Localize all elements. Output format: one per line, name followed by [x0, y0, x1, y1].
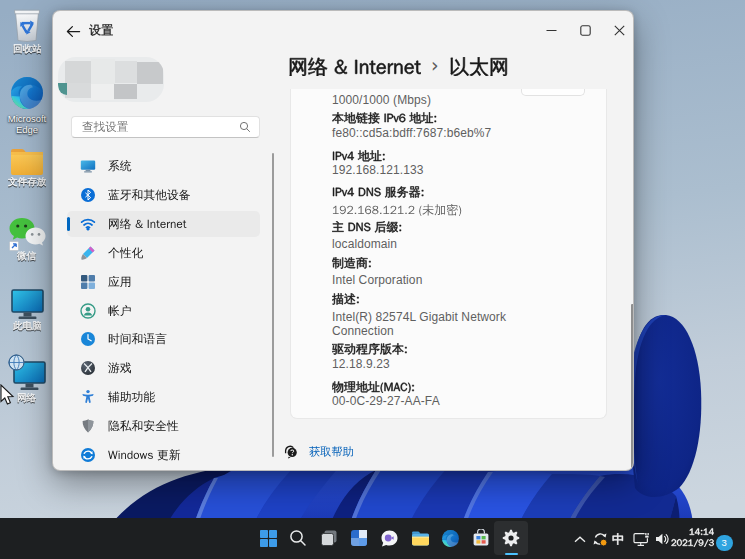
sidebar-scrollbar[interactable] — [272, 153, 274, 457]
search-placeholder — [82, 121, 239, 133]
property-value: 1000/1000 (Mbps) — [332, 94, 557, 108]
property-value: 00-0C-29-27-AA-FA — [332, 395, 557, 409]
sidebar-item-network-internet[interactable] — [67, 211, 260, 237]
chevron-up-icon — [574, 536, 586, 543]
ime-label — [612, 533, 625, 546]
sidebar-item-privacy-security[interactable] — [67, 413, 260, 439]
sidebar-item-label — [108, 333, 167, 345]
tray-show-hidden-icons[interactable] — [572, 528, 588, 550]
widgets-icon — [350, 529, 368, 547]
property-row — [332, 219, 557, 237]
desktop-icon-label — [13, 44, 42, 54]
tray-ime-indicator[interactable] — [610, 528, 627, 550]
sidebar-item-label — [108, 420, 179, 432]
taskbar-widgets-button[interactable] — [342, 521, 376, 555]
desktop-icon-this-pc[interactable] — [0, 287, 54, 331]
file-explorer-icon — [411, 530, 430, 547]
breadcrumb-current — [449, 57, 509, 77]
desktop-icon-recycle-bin[interactable] — [0, 7, 54, 54]
time-language-icon — [80, 331, 96, 347]
maximize-button[interactable] — [570, 18, 600, 42]
desktop-icon-label — [17, 251, 36, 261]
property-value: Intel Corporation — [332, 274, 557, 288]
sidebar-item-accounts[interactable] — [67, 298, 260, 324]
tray-network-icon[interactable] — [630, 528, 652, 550]
property-label — [332, 221, 402, 233]
property-label — [332, 257, 372, 269]
start-icon — [259, 529, 278, 548]
taskbar-start-button[interactable] — [251, 521, 285, 555]
tray-date — [671, 538, 714, 547]
sidebar-item-label — [108, 391, 155, 403]
desktop-icon-wechat[interactable] — [0, 215, 54, 261]
settings-window: › 1000/1000 (Mbps) fe80::cd5a:bdff:7687:… — [52, 10, 634, 471]
taskbar-task-view-button[interactable] — [312, 521, 346, 555]
search-input[interactable] — [71, 116, 260, 138]
bluetooth-icon — [80, 187, 96, 203]
edge-icon — [9, 75, 45, 111]
property-row — [332, 255, 557, 273]
tray-sync-status-icon[interactable] — [590, 528, 609, 550]
settings-gear-icon — [502, 529, 520, 547]
sidebar-item-bluetooth[interactable] — [67, 182, 260, 208]
property-label — [332, 343, 408, 355]
content-scrollbar[interactable] — [631, 304, 634, 468]
sidebar-item-system[interactable] — [67, 153, 260, 179]
property-label — [332, 186, 424, 198]
sidebar-item-windows-update[interactable] — [67, 442, 260, 468]
search-icon — [239, 121, 251, 133]
close-icon — [614, 25, 625, 36]
breadcrumb-parent[interactable] — [288, 57, 421, 77]
windows-update-icon — [80, 447, 96, 463]
property-value: fe80::cd5a:bdff:7687:b6eb%7 — [332, 127, 557, 141]
tray-clock[interactable] — [671, 527, 714, 547]
sidebar-item-accessibility[interactable] — [67, 384, 260, 410]
property-row — [332, 341, 557, 359]
property-value: 12.18.9.23 — [332, 358, 557, 372]
taskbar-chat-button[interactable] — [373, 521, 407, 555]
sidebar-item-time-language[interactable] — [67, 327, 260, 353]
desktop-icon-label — [13, 321, 42, 331]
get-help-link[interactable] — [284, 445, 354, 459]
taskbar-search-button[interactable] — [281, 521, 315, 555]
chat-icon — [380, 529, 399, 548]
property-value: localdomain — [332, 238, 557, 252]
user-account-censored[interactable] — [58, 57, 164, 102]
tray-volume-icon[interactable] — [652, 528, 672, 550]
back-button[interactable] — [61, 20, 85, 42]
desktop-icon-label — [17, 393, 36, 403]
taskbar-edge-button[interactable] — [433, 521, 467, 555]
taskbar-file-explorer-button[interactable] — [403, 521, 437, 555]
sidebar-item-label — [108, 449, 181, 461]
avatar — [58, 83, 67, 95]
breadcrumb: › — [288, 55, 509, 78]
get-help-label — [309, 446, 354, 457]
accessibility-icon — [80, 389, 96, 405]
maximize-icon — [580, 25, 591, 36]
property-value: Intel(R) 82574L Gigabit Network Connecti… — [332, 311, 557, 338]
close-button[interactable] — [604, 18, 634, 42]
window-title — [89, 24, 113, 36]
minimize-button[interactable] — [536, 18, 566, 42]
sidebar-item-apps[interactable] — [67, 269, 260, 295]
sidebar-item-personalization[interactable] — [67, 240, 260, 266]
taskbar-settings-button[interactable] — [494, 521, 528, 555]
sidebar-item-label — [108, 160, 132, 172]
this-pc-icon — [9, 287, 46, 321]
sidebar-item-label — [108, 189, 191, 201]
wechat-icon — [8, 215, 46, 251]
sidebar-item-label — [108, 305, 132, 317]
desktop-icon-label — [8, 177, 46, 187]
minimize-icon — [546, 25, 557, 36]
speaker-icon — [655, 532, 670, 546]
notification-badge[interactable]: 3 — [716, 535, 733, 552]
accounts-icon — [80, 303, 96, 319]
taskbar-store-button[interactable] — [464, 521, 498, 555]
property-label — [332, 150, 386, 162]
desktop-icon-label: Microsoft Edge — [0, 113, 55, 135]
desktop-icon-edge[interactable]: Microsoft Edge — [0, 75, 54, 135]
property-value — [332, 202, 557, 220]
sidebar-item-gaming[interactable] — [67, 356, 260, 382]
feedback-icon-partial — [293, 470, 302, 471]
desktop-icon-folder[interactable] — [0, 147, 54, 187]
